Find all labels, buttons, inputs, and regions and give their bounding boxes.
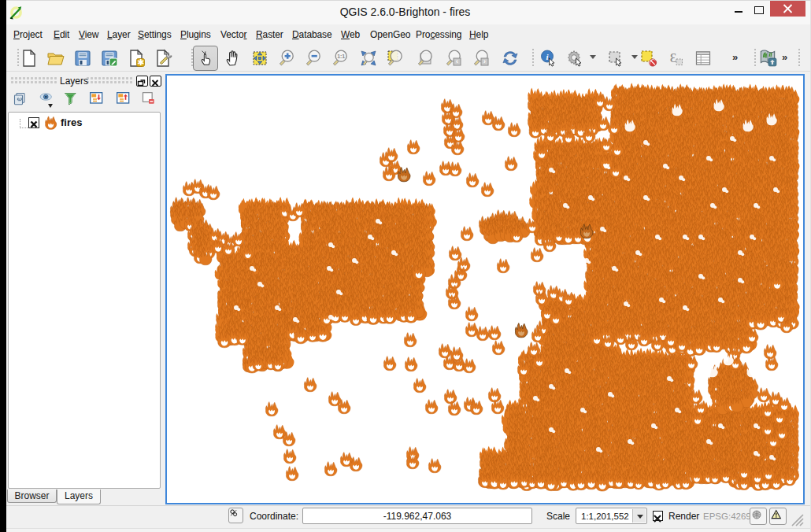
- svg-text:Ɛ: Ɛ: [670, 50, 677, 65]
- svg-text:✱: ✱: [137, 57, 144, 67]
- svg-text:›: ›: [483, 57, 486, 65]
- svg-text:1:1: 1:1: [337, 54, 345, 59]
- svg-text:‹: ‹: [456, 57, 458, 65]
